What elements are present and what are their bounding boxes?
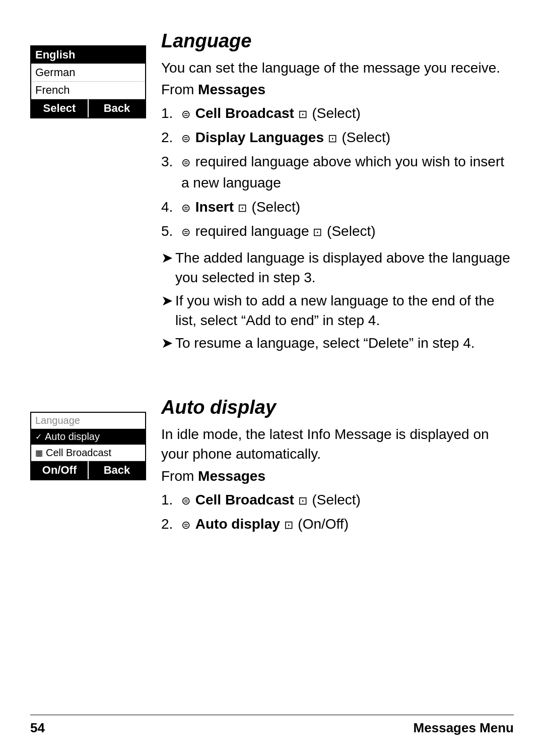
step-text-3: required language above which you wish t… [181,154,504,191]
display-languages-label: Display Languages [195,130,324,145]
page-number: 54 [30,720,45,736]
step-num-2: 2. [161,127,181,148]
auto-display-phone-screen: Language ✓ Auto display ▦ Cell Broadcast… [30,412,146,480]
language-title: Language [161,30,514,52]
screen-item-french: French [31,82,145,99]
menu-icon-2: ⊜ [181,130,190,147]
step-suffix-2: (Select) [342,130,390,145]
step-1: 1. ⊜ Cell Broadcast ⊡ (Select) [161,103,514,124]
auto-display-title: Auto display [161,397,514,418]
ad-step-content-1: ⊜ Cell Broadcast ⊡ (Select) [181,489,514,511]
arrow-icon-2: ➤ [161,291,175,330]
ad-from-text: From [161,468,194,484]
step-content-2: ⊜ Display Languages ⊡ (Select) [181,127,514,148]
nav-icon-2: ⊡ [328,130,337,147]
bullet-3: ➤ To resume a language, select “Delete” … [161,333,514,353]
insert-label: Insert [195,199,234,215]
auto-display-screen-buttons: On/Off Back [31,461,145,479]
bullet-1: ➤ The added language is displayed above … [161,248,514,287]
bullet-text-2: If you wish to add a new language to the… [175,291,514,330]
step-5: 5. ⊜ required language ⊡ (Select) [161,221,514,242]
auto-display-steps: 1. ⊜ Cell Broadcast ⊡ (Select) 2. ⊜ Auto… [161,489,514,535]
step-content-5: ⊜ required language ⊡ (Select) [181,221,514,242]
step-content-1: ⊜ Cell Broadcast ⊡ (Select) [181,103,514,124]
section-divider [30,381,514,382]
step-content-4: ⊜ Insert ⊡ (Select) [181,197,514,218]
page-footer: 54 Messages Menu [30,715,514,736]
step-3: 3. ⊜ required language above which you w… [161,151,514,194]
bullet-text-1: The added language is displayed above th… [175,248,514,287]
menu-icon-3: ⊜ [181,154,190,171]
step-2: 2. ⊜ Display Languages ⊡ (Select) [161,127,514,148]
auto-display-screen-label: Auto display [45,431,100,443]
language-phone-screen: English German French Select Back [30,45,146,118]
ad-step-1: 1. ⊜ Cell Broadcast ⊡ (Select) [161,489,514,511]
screen-item-german: German [31,64,145,82]
arrow-icon-3: ➤ [161,333,175,353]
back-button[interactable]: Back [89,99,145,117]
nav-icon-4: ⊡ [238,200,247,216]
step-num-3: 3. [161,151,181,172]
ad-step-num-2: 2. [161,514,181,535]
step-num-5: 5. [161,221,181,242]
footer-section-label: Messages Menu [414,720,514,736]
language-intro: You can set the language of the message … [161,58,514,78]
language-content: Language You can set the language of the… [161,30,514,356]
check-icon: ✓ [35,432,42,442]
from-text: From [161,82,194,97]
step-suffix-4: (Select) [252,199,300,215]
menu-icon-1: ⊜ [181,106,190,122]
step-text-5: required language [195,223,309,239]
screen-item-english: English [31,46,145,64]
auto-display-intro: In idle mode, the latest Info Message is… [161,424,514,464]
ad-nav-icon-2: ⊡ [284,517,293,533]
language-steps: 1. ⊜ Cell Broadcast ⊡ (Select) 2. ⊜ Disp… [161,103,514,242]
cell-broadcast-screen-label: Cell Broadcast [46,447,111,459]
nav-icon-1: ⊡ [298,106,307,122]
select-button[interactable]: Select [31,99,88,117]
grid-icon: ▦ [35,448,43,458]
nav-icon-5: ⊡ [313,224,322,240]
step-suffix-1: (Select) [312,105,360,121]
language-screen-buttons: Select Back [31,99,145,117]
ad-menu-icon-1: ⊜ [181,492,190,509]
screen-language-label: Language [31,413,145,429]
screen-item-cell-broadcast: ▦ Cell Broadcast [31,445,145,461]
step-num-4: 4. [161,197,181,218]
menu-icon-4: ⊜ [181,200,190,216]
ad-step-suffix-2: (On/Off) [298,516,349,532]
arrow-icon-1: ➤ [161,248,175,287]
ad-cell-broadcast-label: Cell Broadcast [195,492,294,508]
auto-display-content: Auto display In idle mode, the latest In… [161,397,514,537]
page-content: English German French Select Back Langua… [0,0,544,756]
bullet-text-3: To resume a language, select “Delete” in… [175,333,514,353]
auto-display-from: From Messages [161,468,514,484]
messages-label: Messages [198,82,265,97]
bullet-2: ➤ If you wish to add a new language to t… [161,291,514,330]
ad-step-num-1: 1. [161,489,181,511]
ad-auto-display-label: Auto display [195,516,280,532]
ad-nav-icon-1: ⊡ [298,492,307,509]
menu-icon-5: ⊜ [181,224,190,240]
cell-broadcast-label-1: Cell Broadcast [195,105,294,121]
step-content-3: ⊜ required language above which you wish… [181,151,514,194]
ad-step-content-2: ⊜ Auto display ⊡ (On/Off) [181,514,514,535]
on-off-button[interactable]: On/Off [31,461,88,479]
auto-display-section: Language ✓ Auto display ▦ Cell Broadcast… [30,397,514,537]
step-4: 4. ⊜ Insert ⊡ (Select) [161,197,514,218]
screen-item-auto-display: ✓ Auto display [31,429,145,445]
language-from: From Messages [161,82,514,98]
auto-back-button[interactable]: Back [89,461,145,479]
auto-display-phone-mockup: Language ✓ Auto display ▦ Cell Broadcast… [30,412,146,537]
step-num-1: 1. [161,103,181,124]
step-suffix-5: (Select) [327,223,375,239]
language-phone-mockup: English German French Select Back [30,45,146,356]
ad-menu-icon-2: ⊜ [181,517,190,533]
ad-messages-label: Messages [198,468,265,484]
ad-step-suffix-1: (Select) [312,492,360,508]
language-section: English German French Select Back Langua… [30,30,514,356]
ad-step-2: 2. ⊜ Auto display ⊡ (On/Off) [161,514,514,535]
